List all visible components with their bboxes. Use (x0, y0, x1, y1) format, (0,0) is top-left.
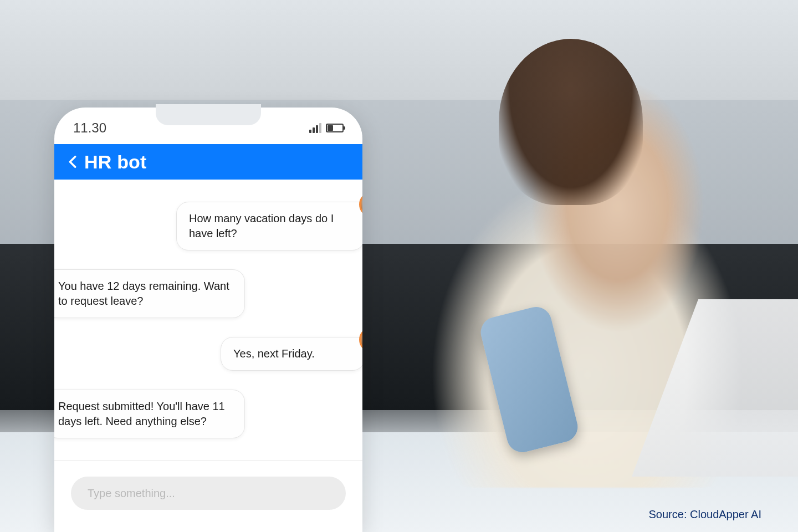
message-bubble: How many vacation days do I have left? (176, 202, 362, 250)
chat-message-bot: Request submitted! You'll have 11 days l… (65, 390, 351, 438)
chat-message-bot: You have 12 days remaining. Want to requ… (65, 269, 351, 318)
chat-message-user: How many vacation days do I have left? (65, 202, 351, 250)
person-hair (499, 39, 643, 205)
battery-icon (326, 124, 344, 132)
chat-input-pill[interactable] (71, 477, 346, 510)
app-header: HR bot (54, 144, 362, 180)
status-time: 11.30 (73, 120, 106, 136)
status-icons (309, 123, 344, 133)
message-text: You have 12 days remaining. Want to requ… (58, 280, 229, 307)
chat-message-user: Yes, next Friday. (65, 337, 351, 371)
phone-mock: 11.30 HR bot How many (54, 108, 362, 532)
app-title: HR bot (84, 151, 147, 173)
message-bubble: You have 12 days remaining. Want to requ… (54, 269, 245, 318)
chat-input[interactable] (88, 487, 329, 500)
chat-thread[interactable]: How many vacation days do I have left? (54, 180, 362, 468)
message-text: How many vacation days do I have left? (189, 212, 334, 239)
chevron-left-icon (69, 155, 76, 168)
message-bubble: Request submitted! You'll have 11 days l… (54, 390, 245, 438)
phone-notch (156, 106, 261, 125)
message-text: Request submitted! You'll have 11 days l… (58, 400, 225, 427)
message-bubble: Yes, next Friday. (221, 337, 362, 371)
message-text: Yes, next Friday. (233, 347, 315, 360)
chat-input-area (54, 461, 362, 532)
back-button[interactable] (68, 154, 78, 170)
signal-icon (309, 123, 321, 133)
status-bar: 11.30 (54, 108, 362, 144)
source-credit: Source: CloudApper AI (649, 508, 761, 521)
